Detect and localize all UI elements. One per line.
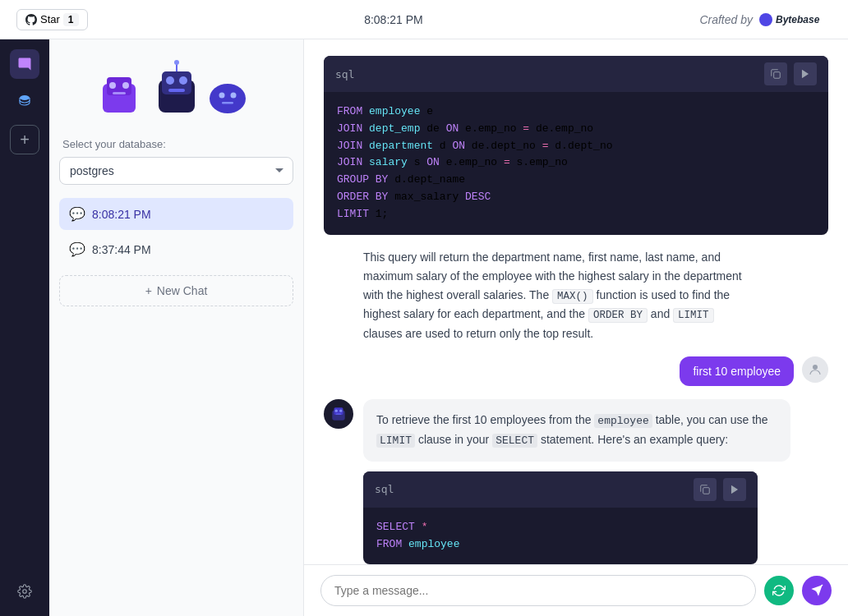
bytebase-logo: Bytebase bbox=[758, 11, 832, 28]
chat-item-2[interactable]: 💬 8:37:44 PM bbox=[59, 233, 293, 265]
svg-rect-7 bbox=[113, 92, 126, 94]
svg-text:Bytebase: Bytebase bbox=[776, 14, 820, 25]
ai-response-content: To retrieve the first 10 employees from … bbox=[363, 399, 790, 564]
chat-bubble-icon bbox=[17, 57, 32, 71]
svg-marker-28 bbox=[731, 485, 738, 494]
limit-code: LIMIT bbox=[673, 308, 714, 323]
plus-icon-new: + bbox=[145, 284, 152, 297]
query-description: This query will return the department na… bbox=[324, 248, 751, 344]
chat-sidebar: Select your database: postgres 💬 8:08:21… bbox=[49, 39, 304, 616]
run-code-bottom-button[interactable] bbox=[723, 478, 746, 501]
run-code-button[interactable] bbox=[794, 62, 817, 85]
copy-icon-bottom bbox=[699, 484, 711, 495]
elephant-icon bbox=[17, 93, 32, 108]
code-content-bottom: SELECT * FROM employee bbox=[363, 508, 758, 564]
crafted-by-label: Crafted by bbox=[699, 13, 753, 26]
chat-icon-2: 💬 bbox=[69, 241, 85, 257]
topbar-brand: Crafted by Bytebase bbox=[699, 11, 832, 28]
code-lang-label: sql bbox=[335, 68, 354, 80]
icon-sidebar-top: + bbox=[10, 49, 39, 570]
chat-messages: sql bbox=[304, 39, 848, 564]
svg-point-21 bbox=[813, 365, 818, 370]
star-button[interactable]: Star 1 bbox=[16, 9, 88, 30]
svg-point-24 bbox=[335, 410, 338, 412]
svg-point-14 bbox=[219, 93, 224, 99]
code-actions-bottom bbox=[694, 478, 746, 501]
play-icon-bottom bbox=[729, 484, 740, 495]
code-block-bottom: sql bbox=[363, 471, 758, 564]
code-block-top: sql bbox=[324, 56, 828, 343]
topbar-time: 8:08:21 PM bbox=[364, 13, 423, 26]
svg-rect-26 bbox=[336, 414, 342, 415]
svg-point-25 bbox=[339, 410, 342, 412]
bot-avatar-icon bbox=[330, 405, 348, 423]
svg-rect-12 bbox=[168, 89, 185, 92]
send-button[interactable] bbox=[802, 576, 832, 605]
active-chat-icon: 💬 bbox=[69, 206, 85, 222]
ai-avatar bbox=[324, 399, 353, 429]
message-input[interactable] bbox=[320, 575, 756, 606]
chat-item-1[interactable]: 💬 8:08:21 PM bbox=[59, 198, 293, 230]
icon-sidebar-bottom bbox=[10, 577, 39, 606]
mascot-area bbox=[59, 53, 293, 138]
chat-item-1-time: 8:08:21 PM bbox=[92, 208, 151, 221]
copy-code-button[interactable] bbox=[764, 62, 787, 85]
svg-point-13 bbox=[210, 84, 246, 113]
chat-item-2-time: 8:37:44 PM bbox=[92, 243, 151, 256]
code-actions bbox=[764, 62, 817, 85]
code-lang-bottom: sql bbox=[375, 483, 394, 495]
employee-table-code: employee bbox=[594, 414, 652, 428]
code-block-top-header: sql bbox=[324, 56, 828, 92]
icon-sidebar: + bbox=[0, 39, 49, 616]
plus-icon: + bbox=[20, 131, 30, 149]
chat-main: sql bbox=[304, 39, 848, 616]
copy-icon bbox=[770, 68, 781, 80]
database-selector[interactable]: postgres bbox=[59, 157, 293, 185]
user-bubble: first 10 employee bbox=[680, 356, 794, 386]
settings-button[interactable] bbox=[10, 577, 39, 606]
svg-point-15 bbox=[230, 93, 236, 99]
svg-point-11 bbox=[179, 76, 187, 85]
add-connection-button[interactable]: + bbox=[10, 125, 39, 154]
ai-message-row: To retrieve the first 10 employees from … bbox=[324, 399, 828, 564]
input-bar bbox=[304, 564, 848, 616]
play-icon bbox=[800, 68, 811, 80]
order-by-code: ORDER BY bbox=[588, 308, 648, 323]
svg-rect-19 bbox=[774, 72, 781, 79]
copy-code-bottom-button[interactable] bbox=[694, 478, 717, 501]
svg-marker-30 bbox=[811, 585, 822, 595]
svg-point-10 bbox=[166, 76, 174, 85]
code-content-top: FROM employee e JOIN dept_emp de ON e.em… bbox=[324, 92, 828, 235]
user-icon bbox=[808, 362, 823, 377]
star-label: Star bbox=[40, 13, 60, 25]
database-nav-button[interactable] bbox=[10, 85, 39, 115]
user-message-row: first 10 employee bbox=[324, 356, 828, 386]
svg-rect-16 bbox=[222, 102, 233, 104]
ai-bubble: To retrieve the first 10 employees from … bbox=[363, 399, 790, 462]
refresh-icon bbox=[772, 584, 786, 597]
svg-point-18 bbox=[174, 60, 179, 65]
main-layout: + bbox=[0, 39, 848, 616]
svg-marker-20 bbox=[802, 70, 809, 79]
mascot-image bbox=[94, 59, 259, 125]
send-icon bbox=[810, 584, 823, 597]
svg-point-6 bbox=[122, 82, 129, 89]
star-count: 1 bbox=[63, 13, 79, 26]
github-icon bbox=[25, 14, 37, 25]
svg-point-0 bbox=[759, 13, 772, 26]
svg-point-2 bbox=[20, 95, 30, 100]
refresh-button[interactable] bbox=[764, 576, 794, 605]
svg-point-5 bbox=[109, 82, 116, 89]
new-chat-label: New Chat bbox=[157, 284, 207, 297]
topbar: Star 1 8:08:21 PM Crafted by Bytebase bbox=[0, 0, 848, 39]
db-select-label: Select your database: bbox=[59, 138, 293, 150]
code-block-bottom-header: sql bbox=[363, 471, 758, 508]
topbar-left: Star 1 bbox=[16, 9, 88, 30]
chat-nav-button[interactable] bbox=[10, 49, 39, 79]
svg-rect-27 bbox=[703, 487, 710, 494]
gear-icon bbox=[17, 584, 32, 599]
user-avatar bbox=[802, 356, 828, 383]
new-chat-button[interactable]: + New Chat bbox=[59, 275, 293, 306]
max-func-code: MAX() bbox=[552, 289, 593, 304]
select-stmt-code: SELECT bbox=[492, 434, 537, 448]
